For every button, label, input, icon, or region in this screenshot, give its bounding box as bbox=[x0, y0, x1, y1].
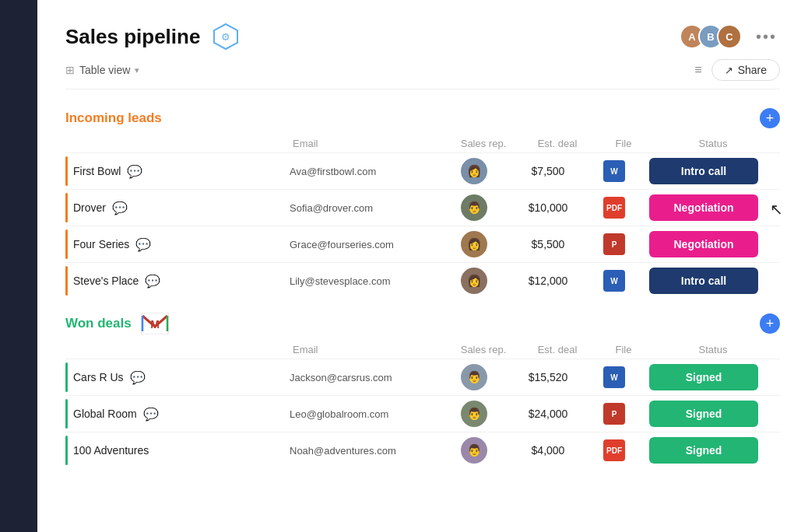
company-name: 100 Adventures bbox=[73, 444, 149, 457]
email-cell: Noah@adventures.com bbox=[283, 445, 439, 457]
toolbar-row: ⊞ Table view ▾ ≡ ↗ Share bbox=[65, 59, 780, 89]
status-button[interactable]: Intro call bbox=[649, 268, 758, 294]
table-row: Cars R Us 💬 Jackson@carsrus.com 👨 $15,52… bbox=[65, 359, 780, 395]
avatar-3: C bbox=[717, 24, 742, 49]
sales-rep-cell: 👩 bbox=[439, 231, 509, 257]
company-name: First Bowl bbox=[73, 165, 121, 177]
status-cell: Intro call bbox=[641, 268, 766, 294]
col-est-deal: Est. deal bbox=[518, 138, 596, 149]
status-button[interactable]: Negotiation bbox=[649, 194, 758, 221]
col-email: Email bbox=[293, 138, 448, 149]
email-cell: Ava@firstbowl.com bbox=[283, 166, 439, 177]
svg-text:M: M bbox=[150, 318, 160, 331]
incoming-col-headers: Email Sales rep. Est. deal File Status bbox=[65, 135, 780, 152]
sales-rep-cell: 👨 bbox=[439, 364, 509, 390]
incoming-leads-section: Incoming leads + Email Sales rep. Est. d… bbox=[65, 108, 780, 299]
company-name: Drover bbox=[73, 201, 106, 214]
page-title: Sales pipeline bbox=[65, 25, 200, 49]
table-row: 100 Adventures Noah@adventures.com 👨 $4,… bbox=[65, 432, 780, 468]
won-col-email: Email bbox=[293, 344, 448, 355]
sales-rep-cell: 👨 bbox=[439, 401, 509, 427]
won-deals-title: Won deals bbox=[65, 316, 132, 331]
rep-avatar: 👨 bbox=[461, 364, 487, 390]
deal-cell: $24,000 bbox=[509, 408, 587, 420]
app-container: Sales pipeline ⚙ A B C ••• bbox=[0, 0, 808, 532]
email-cell: Lily@stevesplace.com bbox=[283, 275, 439, 287]
status-cell: Intro call bbox=[641, 158, 766, 184]
email-cell: Leo@globalroom.com bbox=[283, 408, 439, 420]
file-cell: W bbox=[587, 366, 641, 388]
share-label: Share bbox=[738, 64, 767, 76]
table-view-button[interactable]: ⊞ Table view ▾ bbox=[65, 64, 139, 76]
file-cell: W bbox=[587, 160, 641, 182]
incoming-leads-header: Incoming leads + bbox=[65, 108, 780, 128]
file-cell: P bbox=[587, 403, 641, 425]
table-view-label: Table view bbox=[79, 64, 130, 76]
file-badge: W bbox=[603, 160, 625, 182]
rep-avatar: 👩 bbox=[461, 231, 487, 257]
email-cell: Jackson@carsrus.com bbox=[283, 372, 439, 383]
row-border bbox=[65, 156, 68, 186]
deal-cell: $7,500 bbox=[509, 165, 587, 177]
rep-avatar: 👨 bbox=[461, 401, 487, 427]
won-add-button[interactable]: + bbox=[760, 313, 780, 334]
gmail-icon: M bbox=[141, 313, 169, 334]
sales-rep-cell: 👩 bbox=[439, 158, 509, 184]
header-row: Sales pipeline ⚙ A B C ••• bbox=[65, 22, 780, 51]
status-button[interactable]: Signed bbox=[649, 364, 758, 390]
company-cell: 100 Adventures bbox=[65, 444, 283, 457]
more-button[interactable]: ••• bbox=[753, 28, 780, 46]
company-name: Cars R Us bbox=[73, 371, 124, 383]
file-cell: PDF bbox=[587, 439, 641, 461]
rep-avatar: 👩 bbox=[461, 268, 487, 294]
status-cell: Negotiation ↖ bbox=[641, 194, 766, 221]
table-row: Steve's Place 💬 Lily@stevesplace.com 👩 $… bbox=[65, 262, 780, 299]
col-file: File bbox=[596, 138, 651, 149]
table-row: First Bowl 💬 Ava@firstbowl.com 👩 $7,500 … bbox=[65, 152, 780, 189]
file-cell: PDF bbox=[587, 197, 641, 219]
deal-cell: $12,000 bbox=[509, 275, 587, 287]
company-cell: First Bowl 💬 bbox=[65, 164, 283, 179]
share-icon: ↗ bbox=[725, 65, 733, 76]
incoming-add-button[interactable]: + bbox=[760, 108, 780, 128]
deal-cell: $5,500 bbox=[509, 238, 587, 250]
won-col-status: Status bbox=[651, 344, 775, 355]
title-area: Sales pipeline ⚙ bbox=[65, 22, 241, 51]
company-name: Steve's Place bbox=[73, 275, 139, 287]
share-button[interactable]: ↗ Share bbox=[711, 59, 780, 81]
status-button[interactable]: Signed bbox=[649, 437, 758, 464]
status-button[interactable]: Negotiation bbox=[649, 231, 758, 257]
company-cell: Drover 💬 bbox=[65, 201, 283, 215]
status-cell: Signed bbox=[641, 401, 766, 427]
file-badge: PDF bbox=[603, 439, 625, 461]
main-content: Sales pipeline ⚙ A B C ••• bbox=[37, 0, 808, 532]
file-badge: W bbox=[603, 366, 625, 388]
won-deals-section: Won deals M + Email Sales rep. E bbox=[65, 313, 780, 468]
avatars: A B C bbox=[680, 24, 742, 49]
col-status: Status bbox=[651, 138, 775, 149]
rep-avatar: 👨 bbox=[461, 194, 487, 221]
filter-icon[interactable]: ≡ bbox=[694, 63, 701, 77]
row-border bbox=[65, 436, 68, 465]
col-sales-rep: Sales rep. bbox=[448, 138, 518, 149]
status-button[interactable]: Intro call bbox=[649, 158, 758, 184]
table-row: Drover 💬 Sofia@drover.com 👨 $10,000 PDF … bbox=[65, 189, 780, 226]
company-cell: Cars R Us 💬 bbox=[65, 370, 283, 385]
won-col-est-deal: Est. deal bbox=[518, 344, 596, 355]
sales-rep-cell: 👩 bbox=[439, 268, 509, 294]
sidebar bbox=[0, 0, 37, 532]
row-border bbox=[65, 362, 68, 392]
svg-text:⚙: ⚙ bbox=[221, 31, 230, 43]
sales-rep-cell: 👨 bbox=[439, 194, 509, 221]
email-cell: Sofia@drover.com bbox=[283, 202, 439, 214]
row-border bbox=[65, 399, 68, 429]
chat-icon: 💬 bbox=[127, 164, 142, 179]
chat-icon: 💬 bbox=[130, 370, 146, 385]
company-name: Four Series bbox=[73, 238, 129, 250]
won-col-headers: Email Sales rep. Est. deal File Status bbox=[65, 341, 780, 359]
row-border bbox=[65, 229, 68, 259]
status-button[interactable]: Signed bbox=[649, 401, 758, 427]
file-badge: P bbox=[603, 403, 625, 425]
file-badge: P bbox=[603, 233, 625, 255]
company-cell: Global Room 💬 bbox=[65, 407, 283, 422]
